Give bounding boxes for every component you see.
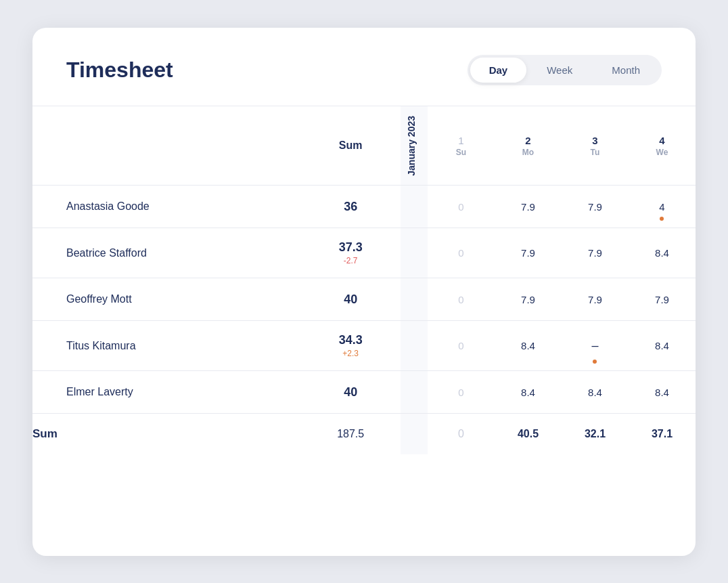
day-cell-4: 7.9 bbox=[629, 278, 696, 321]
page-title: Timesheet bbox=[66, 58, 173, 83]
day-cell-4: 8.4 bbox=[629, 321, 696, 371]
table-row: Anastasia Goode3607.97.94 bbox=[32, 186, 696, 228]
day-cell-2: 7.9 bbox=[495, 278, 562, 321]
table-row: Elmer Laverty4008.48.48.4 bbox=[32, 371, 696, 414]
toggle-week[interactable]: Week bbox=[528, 58, 591, 83]
month-separator-cell bbox=[401, 228, 428, 278]
day-cell-1: 0 bbox=[428, 186, 495, 228]
day-cell-1: 0 bbox=[428, 278, 495, 321]
employee-name: Beatrice Stafford bbox=[32, 228, 300, 278]
employee-name: Anastasia Goode bbox=[32, 186, 300, 228]
sum-cell: 40 bbox=[300, 371, 401, 414]
sum-day-cell-1: 0 bbox=[428, 414, 495, 455]
employee-name: Titus Kitamura bbox=[32, 321, 300, 371]
col-day-2-header: 2 Mo bbox=[495, 106, 562, 186]
day-cell-1: 0 bbox=[428, 228, 495, 278]
col-month-header: January 2023 bbox=[401, 106, 428, 186]
day-cell-1: 0 bbox=[428, 371, 495, 414]
sum-row: Sum187.5040.532.137.1 bbox=[32, 414, 696, 455]
day-cell-3: 7.9 bbox=[562, 228, 629, 278]
col-day-4-header: 4 We bbox=[629, 106, 696, 186]
sum-day-cell-3: 32.1 bbox=[562, 414, 629, 455]
sum-cell: 34.3+2.3 bbox=[300, 321, 401, 371]
col-sum-header: Sum bbox=[300, 106, 401, 186]
day-cell-3: 8.4 bbox=[562, 371, 629, 414]
sum-total: 187.5 bbox=[300, 414, 401, 455]
table-header-row: Sum January 2023 1 Su 2 Mo 3 bbox=[32, 106, 696, 186]
timesheet-table: Sum January 2023 1 Su 2 Mo 3 bbox=[32, 106, 696, 455]
toggle-day[interactable]: Day bbox=[470, 58, 527, 83]
sum-label: Sum bbox=[32, 414, 300, 455]
day-cell-4: 8.4 bbox=[629, 371, 696, 414]
day-cell-2: 8.4 bbox=[495, 371, 562, 414]
header: Timesheet Day Week Month bbox=[32, 55, 696, 106]
table-row: Titus Kitamura34.3+2.308.4–8.4 bbox=[32, 321, 696, 371]
day-cell-4: 8.4 bbox=[629, 228, 696, 278]
sum-cell: 36 bbox=[300, 186, 401, 228]
sum-month-separator bbox=[401, 414, 428, 455]
sum-day-cell-2: 40.5 bbox=[495, 414, 562, 455]
dot-indicator bbox=[593, 360, 597, 364]
table-wrapper: Sum January 2023 1 Su 2 Mo 3 bbox=[32, 106, 696, 455]
month-label: January 2023 bbox=[401, 106, 422, 186]
toggle-month[interactable]: Month bbox=[593, 58, 659, 83]
day-cell-4: 4 bbox=[629, 186, 696, 228]
day-cell-2: 7.9 bbox=[495, 228, 562, 278]
day-cell-2: 7.9 bbox=[495, 186, 562, 228]
table-row: Beatrice Stafford37.3-2.707.97.98.4 bbox=[32, 228, 696, 278]
dot-indicator bbox=[660, 217, 664, 221]
timesheet-card: Timesheet Day Week Month Sum January 202… bbox=[32, 28, 696, 556]
month-separator-cell bbox=[401, 371, 428, 414]
col-name-header bbox=[32, 106, 300, 186]
day-cell-2: 8.4 bbox=[495, 321, 562, 371]
view-toggle: Day Week Month bbox=[468, 55, 662, 85]
employee-name: Geoffrey Mott bbox=[32, 278, 300, 321]
day-cell-3: 7.9 bbox=[562, 186, 629, 228]
day-cell-1: 0 bbox=[428, 321, 495, 371]
employee-name: Elmer Laverty bbox=[32, 371, 300, 414]
sum-cell: 40 bbox=[300, 278, 401, 321]
sum-day-cell-4: 37.1 bbox=[629, 414, 696, 455]
table-row: Geoffrey Mott4007.97.97.9 bbox=[32, 278, 696, 321]
month-separator-cell bbox=[401, 278, 428, 321]
month-separator-cell bbox=[401, 321, 428, 371]
month-separator-cell bbox=[401, 186, 428, 228]
day-cell-3: – bbox=[562, 321, 629, 371]
day-cell-3: 7.9 bbox=[562, 278, 629, 321]
col-day-1-header: 1 Su bbox=[428, 106, 495, 186]
col-day-3-header: 3 Tu bbox=[562, 106, 629, 186]
sum-cell: 37.3-2.7 bbox=[300, 228, 401, 278]
